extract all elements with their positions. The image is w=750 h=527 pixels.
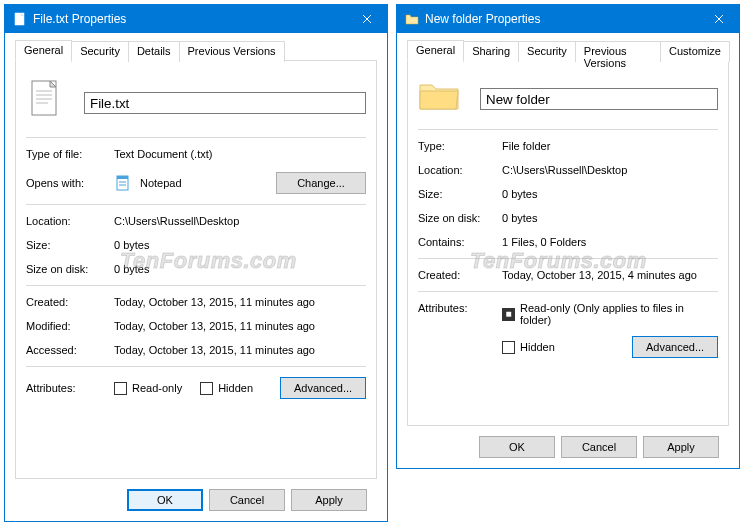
window-title: File.txt Properties [33, 12, 347, 26]
separator [418, 258, 718, 259]
dialog-footer: OK Cancel Apply [407, 426, 729, 468]
readonly-label: Read-only (Only applies to files in fold… [520, 302, 718, 326]
readonly-checkbox[interactable]: ■ Read-only (Only applies to files in fo… [502, 302, 718, 326]
size-value: 0 bytes [114, 239, 366, 251]
separator [26, 285, 366, 286]
separator [418, 129, 718, 130]
location-value: C:\Users\Russell\Desktop [114, 215, 366, 227]
size-on-disk-label: Size on disk: [418, 212, 502, 224]
tab-content: Type of file: Text Document (.txt) Opens… [15, 61, 377, 479]
document-icon [26, 79, 66, 127]
advanced-button[interactable]: Advanced... [280, 377, 366, 399]
tab-security[interactable]: Security [71, 41, 129, 62]
checkbox-box: ■ [502, 308, 515, 321]
size-on-disk-label: Size on disk: [26, 263, 114, 275]
tab-sharing[interactable]: Sharing [463, 41, 519, 62]
tab-previous-versions[interactable]: Previous Versions [179, 41, 285, 62]
size-label: Size: [26, 239, 114, 251]
file-icon [13, 12, 27, 26]
tab-details[interactable]: Details [128, 41, 180, 62]
notepad-icon [114, 174, 132, 192]
apply-button[interactable]: Apply [291, 489, 367, 511]
titlebar[interactable]: File.txt Properties [5, 5, 387, 33]
created-value: Today, October 13, 2015, 11 minutes ago [114, 296, 366, 308]
location-label: Location: [418, 164, 502, 176]
window-title: New folder Properties [425, 12, 699, 26]
opens-with-value: Notepad [140, 177, 276, 189]
close-button[interactable] [347, 5, 387, 33]
hidden-label: Hidden [218, 382, 253, 394]
folder-properties-window: New folder Properties General Sharing Se… [396, 4, 740, 469]
close-button[interactable] [699, 5, 739, 33]
separator [26, 137, 366, 138]
separator [26, 366, 366, 367]
location-label: Location: [26, 215, 114, 227]
readonly-checkbox[interactable]: Read-only [114, 382, 182, 395]
tabs: General Security Details Previous Versio… [15, 39, 377, 61]
size-on-disk-value: 0 bytes [502, 212, 718, 224]
size-label: Size: [418, 188, 502, 200]
folder-icon [405, 12, 419, 26]
file-properties-window: File.txt Properties General Security Det… [4, 4, 388, 522]
tab-security[interactable]: Security [518, 41, 576, 62]
ok-button[interactable]: OK [127, 489, 203, 511]
tab-content: Type: File folder Location: C:\Users\Rus… [407, 61, 729, 426]
modified-label: Modified: [26, 320, 114, 332]
size-on-disk-value: 0 bytes [114, 263, 366, 275]
tab-customize[interactable]: Customize [660, 41, 730, 62]
separator [26, 204, 366, 205]
type-label: Type: [418, 140, 502, 152]
readonly-label: Read-only [132, 382, 182, 394]
tab-general[interactable]: General [15, 40, 72, 61]
type-value: Text Document (.txt) [114, 148, 366, 160]
filename-input[interactable] [84, 92, 366, 114]
separator [418, 291, 718, 292]
change-button[interactable]: Change... [276, 172, 366, 194]
checkbox-box [502, 341, 515, 354]
dialog-footer: OK Cancel Apply [15, 479, 377, 521]
checkbox-box [114, 382, 127, 395]
checkbox-box [200, 382, 213, 395]
hidden-checkbox[interactable]: Hidden [200, 382, 253, 395]
attributes-label: Attributes: [418, 302, 502, 314]
accessed-label: Accessed: [26, 344, 114, 356]
contains-value: 1 Files, 0 Folders [502, 236, 718, 248]
opens-with-label: Opens with: [26, 177, 114, 189]
cancel-button[interactable]: Cancel [209, 489, 285, 511]
cancel-button[interactable]: Cancel [561, 436, 637, 458]
contains-label: Contains: [418, 236, 502, 248]
tab-previous-versions[interactable]: Previous Versions [575, 41, 661, 62]
location-value: C:\Users\Russell\Desktop [502, 164, 718, 176]
titlebar[interactable]: New folder Properties [397, 5, 739, 33]
advanced-button[interactable]: Advanced... [632, 336, 718, 358]
type-value: File folder [502, 140, 718, 152]
ok-button[interactable]: OK [479, 436, 555, 458]
modified-value: Today, October 13, 2015, 11 minutes ago [114, 320, 366, 332]
created-label: Created: [418, 269, 502, 281]
folder-icon-large [418, 79, 466, 119]
accessed-value: Today, October 13, 2015, 11 minutes ago [114, 344, 366, 356]
svg-rect-7 [117, 176, 128, 179]
hidden-checkbox[interactable]: Hidden [502, 341, 555, 354]
tab-general[interactable]: General [407, 40, 464, 61]
type-label: Type of file: [26, 148, 114, 160]
created-value: Today, October 13, 2015, 4 minutes ago [502, 269, 718, 281]
created-label: Created: [26, 296, 114, 308]
apply-button[interactable]: Apply [643, 436, 719, 458]
foldername-input[interactable] [480, 88, 718, 110]
size-value: 0 bytes [502, 188, 718, 200]
attributes-label: Attributes: [26, 382, 114, 394]
tabs: General Sharing Security Previous Versio… [407, 39, 729, 61]
hidden-label: Hidden [520, 341, 555, 353]
